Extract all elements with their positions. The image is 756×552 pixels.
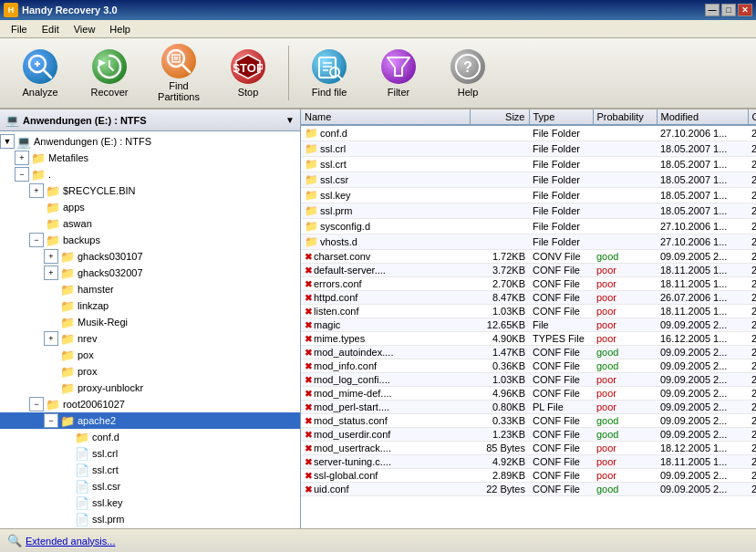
tree-item-pox[interactable]: 📁pox: [0, 347, 300, 363]
col-header-prob[interactable]: Probability: [593, 109, 657, 125]
table-row[interactable]: ✖listen.conf1.03KBCONF Filepoor18.11.200…: [301, 305, 756, 318]
tree-item-sysconfigd[interactable]: 📁sysconfig.d: [0, 527, 300, 528]
file-table-container[interactable]: Name Size Type Probability Modified Crea…: [301, 109, 756, 528]
close-button[interactable]: ✕: [738, 4, 752, 16]
file-size-cell: [470, 125, 529, 141]
file-modified-cell: 18.11.2005 1...: [657, 305, 748, 318]
tree-item-apps[interactable]: 📁apps: [0, 199, 300, 215]
table-row[interactable]: ✖mime.types4.90KBTYPES Filepoor16.12.200…: [301, 332, 756, 346]
tree-toggle-backups[interactable]: −: [29, 233, 44, 247]
table-row[interactable]: 📁ssl.prmFile Folder18.05.2007 1...27.10.…: [301, 203, 756, 219]
status-text[interactable]: Extended analysis...: [26, 536, 115, 547]
table-row[interactable]: 📁ssl.crlFile Folder18.05.2007 1...27.10.…: [301, 141, 756, 157]
table-row[interactable]: ✖magic12.65KBFilepoor09.09.2005 2...27.1…: [301, 318, 756, 332]
tree-item-ghacks032007[interactable]: +📁ghacks032007: [0, 265, 300, 281]
menu-file[interactable]: File: [4, 22, 35, 36]
tree-item-prox[interactable]: 📁prox: [0, 363, 300, 380]
file-type-cell: CONF File: [529, 264, 593, 277]
table-row[interactable]: ✖httpd.conf8.47KBCONF Filepoor26.07.2006…: [301, 291, 756, 305]
table-row[interactable]: ✖mod_info.conf0.36KBCONF Filegood09.09.2…: [301, 359, 756, 373]
tree-toggle-root20061027[interactable]: −: [29, 397, 44, 411]
file-modified-cell: 27.10.2006 1...: [657, 219, 748, 234]
tree-item-recycle[interactable]: +📁$RECYCLE.BIN: [0, 182, 300, 199]
tree-item-apache2[interactable]: −📁apache2: [0, 412, 300, 429]
tree-item-backups[interactable]: −📁backups: [0, 232, 300, 248]
table-row[interactable]: ✖mod_perl-start....0.80KBPL Filepoor09.0…: [301, 401, 756, 414]
recover-button[interactable]: Recover: [77, 42, 142, 104]
tree-toggle-ghacks032007[interactable]: +: [44, 266, 58, 280]
tree-item-sslcsr[interactable]: 📄ssl.csr: [0, 478, 300, 495]
tree-item-root20061027[interactable]: −📁root20061027: [0, 396, 300, 412]
file-type-cell: CONF File: [529, 346, 593, 359]
tree-item-sslkey[interactable]: 📄ssl.key: [0, 495, 300, 511]
tree-item-linkzap[interactable]: 📁linkzap: [0, 297, 300, 314]
file-type-cell: File Folder: [529, 219, 593, 234]
table-row[interactable]: 📁sysconfig.dFile Folder27.10.2006 1...27…: [301, 219, 756, 234]
file-size-cell: 1.72KB: [470, 250, 529, 264]
tree-item-proxy-unblockr[interactable]: 📁proxy-unblockr: [0, 380, 300, 396]
maximize-button[interactable]: □: [721, 4, 736, 16]
col-header-type[interactable]: Type: [529, 109, 593, 125]
analyze-button[interactable]: Analyze: [7, 42, 73, 104]
file-icon: ✖: [305, 252, 312, 262]
tree-toggle-ghacks030107[interactable]: +: [44, 249, 58, 264]
tree-item-anwendungen[interactable]: ▼💻Anwendungen (E:) : NTFS: [0, 133, 300, 150]
file-prob-cell: poor: [593, 332, 657, 346]
file-name-cell: ✖ssl-global.conf: [301, 469, 470, 483]
tree-toggle-nrev[interactable]: +: [44, 331, 58, 346]
table-row[interactable]: 📁vhosts.dFile Folder27.10.2006 1...27.10…: [301, 234, 756, 250]
table-row[interactable]: ✖errors.conf2.70KBCONF Filepoor18.11.200…: [301, 277, 756, 291]
table-row[interactable]: ✖mod_status.conf0.33KBCONF Filegood09.09…: [301, 414, 756, 428]
menu-view[interactable]: View: [67, 22, 103, 36]
tree-item-sslcrt[interactable]: 📄ssl.crt: [0, 462, 300, 478]
table-row[interactable]: 📁ssl.csrFile Folder18.05.2007 1...27.10.…: [301, 172, 756, 188]
stop-button[interactable]: STOP Stop: [215, 42, 281, 104]
col-header-created[interactable]: Created: [748, 109, 756, 125]
menu-help[interactable]: Help: [102, 22, 138, 36]
file-prob-cell: [593, 234, 657, 250]
minimize-button[interactable]: —: [705, 4, 720, 16]
find-partitions-button[interactable]: Find Partitions: [146, 42, 212, 104]
table-row[interactable]: ✖mod_userdir.conf1.23KBCONF Filegood09.0…: [301, 428, 756, 442]
table-row[interactable]: ✖mod_mime-def....4.96KBCONF Filepoor09.0…: [301, 387, 756, 401]
tree-item-ghacks030107[interactable]: +📁ghacks030107: [0, 248, 300, 265]
tree-container[interactable]: ▼💻Anwendungen (E:) : NTFS+📁Metafiles−📁.+…: [0, 131, 300, 528]
table-row[interactable]: ✖charset.conv1.72KBCONV Filegood09.09.20…: [301, 250, 756, 264]
table-row[interactable]: ✖mod_log_confi....1.03KBCONF Filepoor09.…: [301, 373, 756, 387]
tree-item-musik-regi[interactable]: 📁Musik-Regi: [0, 314, 300, 330]
col-header-size[interactable]: Size: [470, 109, 529, 125]
tree-item-nrev[interactable]: +📁nrev: [0, 330, 300, 347]
col-header-modified[interactable]: Modified: [657, 109, 748, 125]
menu-edit[interactable]: Edit: [35, 22, 67, 36]
tree-toggle-recycle[interactable]: +: [29, 183, 44, 198]
tree-label-sslcrl: ssl.crl: [92, 448, 118, 459]
table-row[interactable]: ✖default-server....3.72KBCONF Filepoor18…: [301, 264, 756, 277]
tree-item-metafiles[interactable]: +📁Metafiles: [0, 150, 300, 166]
tree-item-sslcrl[interactable]: 📄ssl.crl: [0, 445, 300, 462]
help-button[interactable]: ? Help: [435, 42, 501, 104]
find-partitions-icon: [161, 44, 197, 78]
tree-item-confd[interactable]: 📁conf.d: [0, 429, 300, 445]
tree-item-hamster[interactable]: 📁hamster: [0, 281, 300, 297]
col-header-name[interactable]: Name: [301, 109, 470, 125]
tree-toggle-dot[interactable]: −: [15, 167, 29, 182]
table-row[interactable]: ✖mod_usertrack....85 BytesCONF Filepoor1…: [301, 442, 756, 455]
tree-toggle-apache2[interactable]: −: [44, 413, 58, 428]
tree-item-dot[interactable]: −📁.: [0, 166, 300, 182]
find-file-button[interactable]: Find file: [296, 42, 362, 104]
table-row[interactable]: 📁ssl.keyFile Folder18.05.2007 1...27.10.…: [301, 188, 756, 203]
table-row[interactable]: ✖server-tuning.c....4.92KBCONF Filepoor1…: [301, 455, 756, 469]
filter-button[interactable]: Filter: [366, 42, 431, 104]
tree-label-prox: prox: [78, 366, 97, 377]
tree-toggle-anwendungen[interactable]: ▼: [0, 134, 15, 149]
tree-label-sslprm: ssl.prm: [92, 514, 124, 525]
table-row[interactable]: ✖mod_autoindex....1.47KBCONF Filegood09.…: [301, 346, 756, 359]
table-row[interactable]: 📁conf.dFile Folder27.10.2006 1...27.10.2…: [301, 125, 756, 141]
table-row[interactable]: 📁ssl.crtFile Folder18.05.2007 1...27.10.…: [301, 157, 756, 172]
table-row[interactable]: ✖uid.conf22 BytesCONF Filegood09.09.2005…: [301, 483, 756, 496]
tree-item-sslprm[interactable]: 📄ssl.prm: [0, 511, 300, 527]
drive-dropdown[interactable]: ▼: [285, 115, 295, 125]
table-row[interactable]: ✖ssl-global.conf2.89KBCONF Filepoor09.09…: [301, 469, 756, 483]
tree-toggle-metafiles[interactable]: +: [15, 151, 29, 165]
tree-item-aswan[interactable]: 📁aswan: [0, 215, 300, 232]
